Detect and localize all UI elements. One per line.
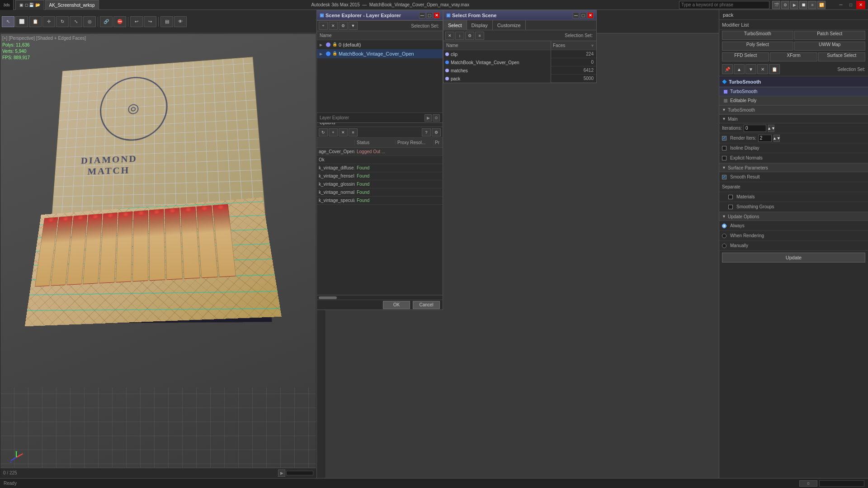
mirror-btn[interactable]: 🔁 [817,1,826,9]
smoothing-groups-checkbox[interactable] [728,205,733,209]
align-btn[interactable]: ≡ [808,1,816,9]
at-ok-btn[interactable]: OK [383,301,410,309]
viewport-canvas[interactable]: ◎ DIAMONDMATCH [0,34,316,478]
sfs-minimize-btn[interactable]: ─ [573,12,579,19]
sfs-sort-btn[interactable]: ↕ [455,32,464,40]
undo-btn[interactable]: ↩ [130,16,143,27]
layer-btn[interactable]: ▤ [160,16,173,27]
tab-display[interactable]: Display [467,20,493,30]
at-help-btn[interactable]: ? [422,128,431,136]
select-region-btn[interactable]: ⬜ [15,16,28,27]
le-filter-btn[interactable]: ▼ [349,22,358,30]
at-row-frensel[interactable]: k_vintage_frensel.png Found [317,172,443,180]
at-row-max[interactable]: age_Cover_Open_max_vray.max Logged Out .… [317,148,443,156]
le-maximize-btn[interactable]: □ [426,12,433,19]
at-row-normal[interactable]: k_vintage_normal.png Found [317,188,443,197]
maximize-btn[interactable]: □ [846,1,855,9]
at-row-specular[interactable]: k_vintage_specular.png Found [317,197,443,205]
mp-icon-down[interactable]: ▼ [745,64,756,74]
search-input[interactable] [679,1,769,9]
btn-ffd-select[interactable]: FFD Select [722,52,769,61]
manually-radio[interactable] [722,244,726,248]
le-delete-btn[interactable]: ✕ [329,22,338,30]
at-props-btn[interactable]: ≡ [349,128,358,136]
sfs-close-btn[interactable]: ✕ [587,12,594,19]
le-new-btn[interactable]: + [319,22,328,30]
at-remove-btn[interactable]: ✕ [339,128,348,136]
close-btn[interactable]: ✕ [856,1,865,9]
sfs-filter-btn[interactable]: ✕ [445,32,454,40]
le-item-default[interactable]: ▶ 🔒 0 (default) [317,40,443,49]
sfs-list-btn[interactable]: ≡ [475,32,484,40]
le-options-btn[interactable]: ⚙ [339,22,348,30]
scale-btn[interactable]: ⤡ [70,16,82,27]
at-row-glossiness[interactable]: k_vintage_glossiness.png Found [317,180,443,188]
btn-poly-select[interactable]: Poly Select [722,42,793,51]
always-radio[interactable] [722,224,726,228]
play-btn[interactable]: ▶ [278,469,285,477]
select-by-name-btn[interactable]: 📋 [29,16,42,27]
render-iters-spinner[interactable]: ▲▼ [774,135,780,142]
modifier-item-editablepoly[interactable]: Editable Poly [719,96,868,105]
minimize-btn[interactable]: ─ [836,1,845,9]
render-setup-btn[interactable]: ⚙ [781,1,789,9]
timeline-scrubber[interactable] [286,471,313,475]
smooth-result-checkbox[interactable]: ✓ [722,175,726,179]
when-rendering-radio[interactable] [722,234,726,238]
mp-icon-copy[interactable]: 📋 [769,64,780,74]
at-scrollbar[interactable] [317,295,443,300]
isoline-checkbox[interactable] [722,146,726,150]
anim-btn[interactable]: ▶ [790,1,798,9]
render-iters-checkbox[interactable]: ✓ [722,136,726,141]
mp-icon-pin[interactable]: 📌 [722,64,733,74]
viewport[interactable]: [+] [Perspective] [Shaded + Edged Faces]… [0,33,316,478]
select-btn[interactable]: ↖ [2,16,14,27]
sfs-item-matchbook[interactable]: MatchBook_Vintage_Cover_Open [443,58,551,66]
reference-btn[interactable]: ◎ [83,16,96,27]
btn-surface-select[interactable]: Surface Select [818,52,865,61]
rotate-btn[interactable]: ↻ [56,16,69,27]
link-btn[interactable]: 🔗 [100,16,113,27]
iterations-spinner[interactable]: ▲▼ [768,125,774,132]
iterations-input[interactable] [744,125,766,132]
at-settings-btn[interactable]: ⚙ [432,128,441,136]
timeline-bar[interactable] [819,480,864,487]
modifier-item-turbosmooth[interactable]: TurboSmooth [719,87,868,96]
sfs-maximize-btn[interactable]: □ [580,12,586,19]
le-footer-settings-btn[interactable]: ⚙ [433,114,440,122]
redo-btn[interactable]: ↪ [144,16,156,27]
at-scrollbar-thumb[interactable] [319,296,337,299]
at-row-rs[interactable]: Ok [317,156,443,164]
unlink-btn[interactable]: ⛔ [113,16,126,27]
le-close-btn[interactable]: ✕ [434,12,440,19]
materials-checkbox[interactable] [728,195,733,199]
explicit-normals-checkbox[interactable] [722,156,726,160]
btn-patch-select[interactable]: Patch Select [794,31,866,40]
sfs-item-matches[interactable]: matches [443,66,551,75]
mp-icon-up[interactable]: ▲ [734,64,745,74]
btn-xform[interactable]: XForm [770,52,817,61]
tab-select[interactable]: Select [443,20,467,30]
move-btn[interactable]: ✛ [42,16,55,27]
at-row-diffuse[interactable]: k_vintage_diffuse.png Found [317,164,443,172]
btn-turbosmooth[interactable]: TurboSmooth [722,31,793,40]
mp-icon-delete[interactable]: ✕ [757,64,768,74]
workspace-tab[interactable]: AK_Screenshot_wrksp [45,0,99,10]
btn-uww-map[interactable]: UWW Map [794,42,866,51]
sfs-options-btn[interactable]: ⚙ [465,32,474,40]
at-refresh-btn[interactable]: ↻ [319,128,328,136]
at-add-btn[interactable]: + [329,128,338,136]
render-btn[interactable]: 🎬 [772,1,780,9]
le-footer-btn[interactable]: ▶ [425,114,432,122]
render-iters-input[interactable] [758,135,772,142]
file-tab-icons[interactable]: ▣ ◻ 💾 📂 [15,0,44,10]
le-item-matchbook[interactable]: ▶ 🔒 MatchBook_Vintage_Cover_Open [317,49,443,58]
update-btn[interactable]: Update [722,253,865,263]
display-btn[interactable]: 👁 [174,16,187,27]
sfs-item-pack[interactable]: pack [443,75,551,83]
sfs-item-clip[interactable]: clip [443,50,551,58]
tab-customize[interactable]: Customize [493,20,526,30]
snaps-btn[interactable]: 🔲 [799,1,807,9]
le-minimize-btn[interactable]: ─ [419,12,425,19]
time-field[interactable]: 0 [799,480,817,487]
